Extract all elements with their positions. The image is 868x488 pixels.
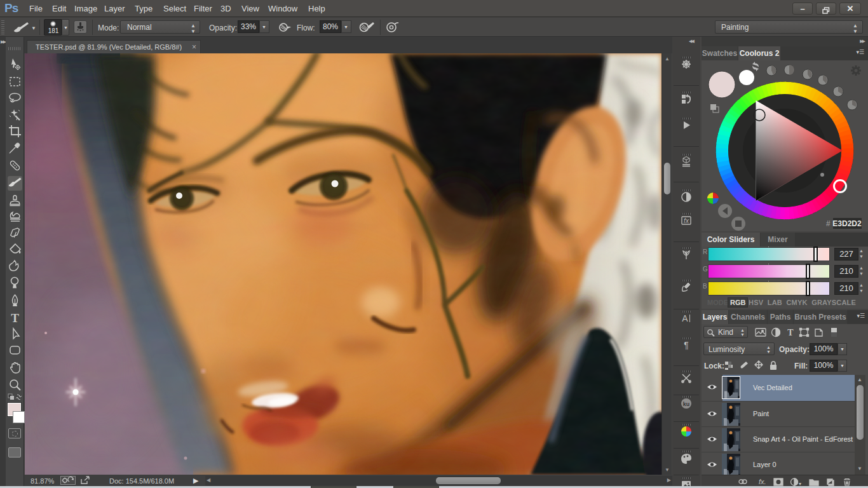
svg-text:¶: ¶ [684, 340, 689, 350]
svg-text:T: T [787, 328, 794, 337]
svg-text:▾: ▾ [799, 481, 801, 486]
svg-text:E3D2D2: E3D2D2 [832, 219, 862, 228]
svg-text:#: # [826, 219, 831, 228]
svg-text:fx: fx [684, 217, 689, 224]
svg-text:T: T [11, 311, 19, 325]
svg-text:A: A [682, 313, 688, 323]
svg-text:ku: ku [683, 401, 690, 407]
svg-text:fx.: fx. [759, 478, 766, 485]
